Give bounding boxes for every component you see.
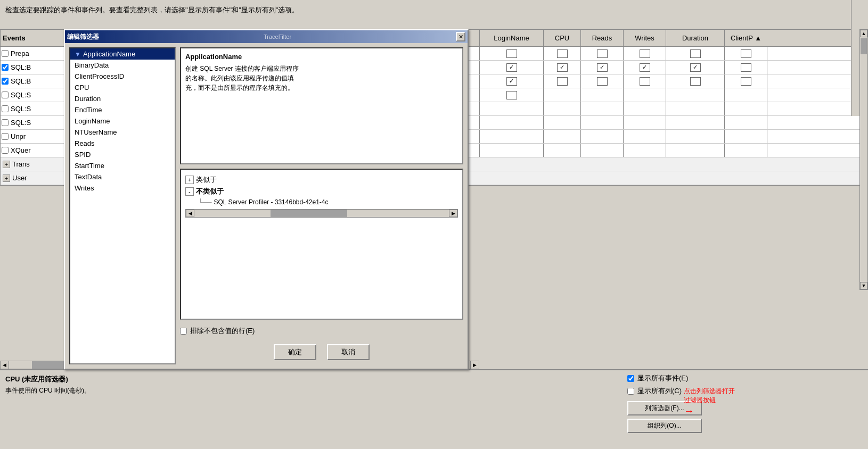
filter-item-label: SPID [75, 151, 91, 159]
filter-item-label: Duration [75, 95, 101, 103]
modal-bottom-buttons: 确定 取消 [180, 340, 463, 364]
modal-title: 编辑筛选器 [67, 32, 99, 41]
filter-item-label: EndTime [75, 106, 102, 114]
filter-list-item[interactable]: Duration [70, 93, 175, 104]
filter-list-item[interactable]: EndTime [70, 104, 175, 115]
filter-list-item[interactable]: BinaryData [70, 60, 175, 71]
filter-list-item[interactable]: Writes [70, 182, 175, 194]
filter-list-item[interactable]: SPID [70, 149, 175, 160]
criteria-similar-row: + 类似于 [185, 174, 458, 186]
cancel-button[interactable]: 取消 [327, 344, 370, 360]
filter-item-label: StartTime [75, 162, 104, 170]
filter-list-item[interactable]: NTUserName [70, 127, 175, 138]
filter-list-item[interactable]: TextData [70, 171, 175, 182]
filter-list-item[interactable]: ClientProcessID [70, 71, 175, 82]
not-similar-value: SQL Server Profiler - 33146bbd-42e1-4c [214, 198, 329, 206]
exclude-label: 排除不包含值的行(E) [190, 326, 255, 336]
tree-indent: └── [198, 198, 212, 206]
modal-titlebar: 编辑筛选器 TraceFilter ✕ [65, 30, 468, 43]
filter-desc-text: 创建 SQL Server 连接的客户端应用程序 的名称。此列由该应用程序传递的… [185, 64, 458, 93]
exclude-checkbox[interactable] [180, 328, 187, 335]
not-similar-label: 不类似于 [196, 187, 224, 196]
filter-item-label: LoginName [75, 117, 110, 125]
modal-body: ▼ ApplicationName BinaryData ClientProce… [65, 43, 468, 369]
h-scroll-track [194, 210, 449, 217]
filter-list-item[interactable]: LoginName [70, 115, 175, 127]
filter-item-label: ClientProcessID [75, 72, 124, 80]
not-similar-expand-btn[interactable]: - [185, 187, 194, 196]
criteria-h-scrollbar[interactable]: ◀ ▶ [185, 209, 458, 218]
filter-item-label: CPU [75, 84, 89, 92]
filter-item-label: BinaryData [75, 61, 109, 69]
modal-title-extra: TraceFilter [99, 34, 456, 40]
modal-overlay: 编辑筛选器 TraceFilter ✕ ▼ ApplicationName Bi… [0, 0, 868, 449]
not-similar-value-row: └── SQL Server Profiler - 33146bbd-42e1-… [196, 197, 458, 207]
h-scroll-thumb[interactable] [271, 210, 347, 217]
filter-column-list: ▼ ApplicationName BinaryData ClientProce… [69, 47, 176, 364]
filter-list-item[interactable]: Reads [70, 138, 175, 149]
filter-item-label: NTUserName [75, 128, 117, 136]
filter-item-label: TextData [75, 173, 102, 181]
filter-list-item[interactable]: StartTime [70, 160, 175, 171]
filter-right-panel: ApplicationName 创建 SQL Server 连接的客户端应用程序… [180, 47, 463, 364]
ok-button[interactable]: 确定 [274, 344, 316, 360]
similar-label: 类似于 [196, 175, 217, 185]
filter-icon: ▼ [75, 51, 81, 58]
filter-item-label: Reads [75, 139, 95, 147]
h-scroll-left-btn[interactable]: ◀ [186, 210, 194, 217]
filter-description-box: ApplicationName 创建 SQL Server 连接的客户端应用程序… [180, 47, 463, 164]
criteria-not-similar-row: - 不类似于 [185, 186, 458, 197]
modal-dialog: 编辑筛选器 TraceFilter ✕ ▼ ApplicationName Bi… [64, 29, 469, 370]
filter-criteria-box: + 类似于 - 不类似于 └── SQL Server Profiler - 3… [180, 169, 463, 320]
filter-item-label: ApplicationName [83, 50, 135, 58]
filter-list-item[interactable]: ▼ ApplicationName [70, 48, 175, 60]
filter-item-label: Writes [75, 184, 94, 192]
filter-list-item[interactable]: CPU [70, 82, 175, 93]
main-area: 检查选定要跟踪的事件和事件列。要查看完整列表，请选择"显示所有事件"和"显示所有… [0, 0, 868, 449]
filter-desc-title: ApplicationName [185, 53, 458, 61]
modal-close-button[interactable]: ✕ [456, 32, 465, 41]
exclude-row: 排除不包含值的行(E) [180, 326, 463, 336]
similar-expand-btn[interactable]: + [185, 176, 194, 184]
h-scroll-right-btn[interactable]: ▶ [449, 210, 457, 217]
